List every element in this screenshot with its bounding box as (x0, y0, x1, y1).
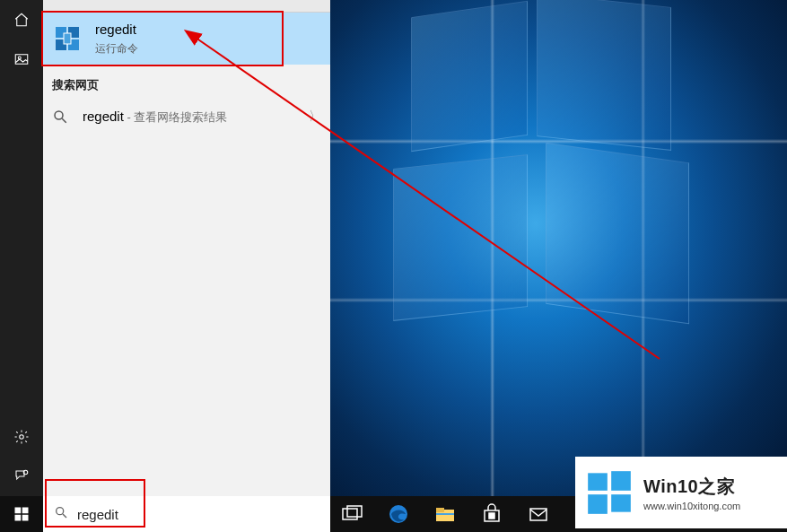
store-icon[interactable] (481, 503, 503, 525)
web-search-result[interactable]: regedit - 查看网络搜索结果 〉 (43, 99, 330, 135)
svg-rect-30 (611, 471, 631, 491)
search-side-rail (0, 0, 43, 496)
feedback-icon[interactable] (0, 457, 43, 496)
search-input[interactable] (77, 507, 319, 522)
svg-point-9 (55, 111, 63, 119)
best-match-result[interactable]: regedit 运行命令 (43, 13, 330, 65)
edge-browser-icon[interactable] (388, 503, 409, 525)
svg-rect-21 (436, 508, 444, 512)
watermark-url: www.win10xitong.com (643, 501, 740, 511)
svg-rect-8 (64, 33, 71, 44)
best-match-subtitle: 运行命令 (95, 41, 138, 57)
picture-icon[interactable] (0, 39, 43, 79)
watermark-brand-en: Win10 (643, 476, 698, 496)
home-icon[interactable] (0, 0, 43, 39)
start-button[interactable] (0, 496, 43, 532)
svg-rect-22 (436, 513, 454, 515)
svg-rect-28 (530, 509, 547, 520)
taskbar-search-box[interactable] (43, 496, 330, 532)
watermark-brand-zh: 之家 (698, 476, 735, 496)
best-match-title: regedit (95, 22, 138, 38)
svg-rect-12 (22, 508, 29, 514)
web-result-term: regedit (83, 109, 124, 124)
desktop-wallpaper (330, 0, 787, 496)
svg-rect-26 (489, 517, 492, 519)
search-icon (52, 109, 68, 125)
svg-rect-29 (588, 473, 608, 491)
watermark-banner: Win10之家 www.win10xitong.com (575, 457, 787, 528)
svg-line-16 (63, 514, 66, 518)
svg-rect-14 (22, 515, 29, 521)
svg-rect-17 (343, 509, 357, 519)
svg-point-2 (20, 435, 24, 440)
svg-rect-11 (15, 508, 22, 514)
search-results-panel: regedit 运行命令 搜索网页 regedit - 查看网络搜索结果 〉 (43, 0, 330, 496)
svg-rect-13 (15, 515, 22, 521)
settings-gear-icon[interactable] (0, 417, 43, 457)
chevron-right-icon: 〉 (309, 109, 321, 125)
svg-rect-27 (493, 517, 495, 519)
svg-rect-31 (588, 494, 608, 514)
svg-line-10 (62, 118, 66, 123)
best-match-header (43, 0, 330, 13)
taskbar-pinned-apps (336, 503, 549, 525)
web-section-label: 搜索网页 (43, 65, 330, 99)
file-explorer-icon[interactable] (434, 503, 456, 525)
svg-rect-0 (15, 55, 28, 65)
svg-rect-32 (611, 494, 631, 512)
search-icon (54, 505, 68, 523)
task-view-icon[interactable] (341, 503, 363, 525)
svg-point-15 (57, 508, 64, 515)
watermark-logo-icon (586, 469, 633, 516)
svg-rect-25 (493, 513, 495, 516)
regedit-app-icon (52, 23, 83, 54)
svg-rect-24 (489, 513, 492, 516)
web-result-suffix: - 查看网络搜索结果 (124, 110, 228, 124)
mail-icon[interactable] (528, 503, 549, 525)
svg-rect-18 (347, 506, 362, 517)
